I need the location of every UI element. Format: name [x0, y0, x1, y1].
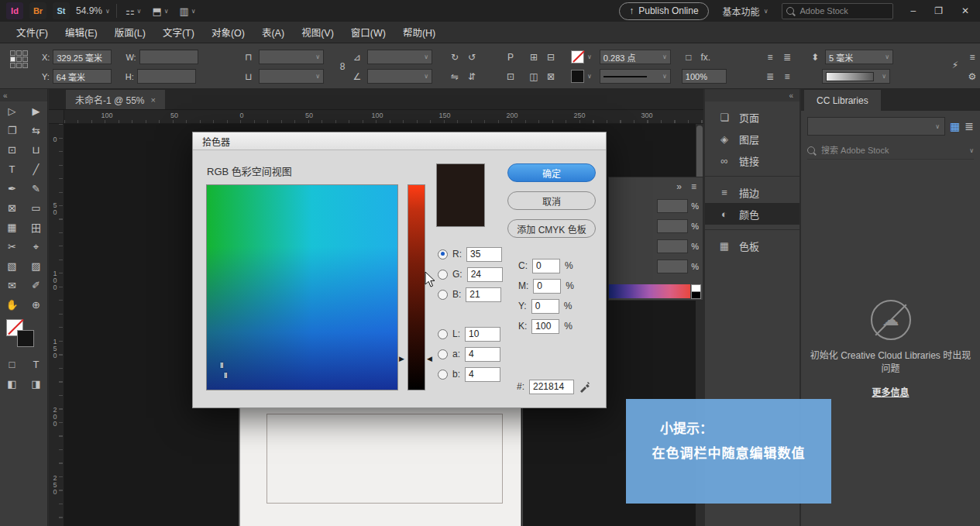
corner-radius-dropdown[interactable]: 5 毫米∨	[825, 50, 893, 64]
menu-item-layout[interactable]: 版面(L)	[106, 22, 154, 43]
fit-frame-button[interactable]: ⊟	[544, 50, 558, 64]
color-field-marker[interactable]: ‖	[224, 372, 227, 380]
hex-field[interactable]	[529, 380, 574, 394]
fill-stroke-widget[interactable]	[0, 318, 47, 355]
select-content-button[interactable]: ◫	[527, 69, 541, 84]
width-field[interactable]	[139, 50, 198, 64]
dock-item-color[interactable]: ◐颜色	[705, 203, 799, 225]
color-field[interactable]	[206, 184, 398, 390]
control-panel-gear-icon[interactable]: ⚙	[965, 69, 979, 84]
gradient-dropdown[interactable]: ∨	[822, 69, 890, 84]
menu-item-type[interactable]: 文字(T)	[154, 22, 203, 43]
constrain-proportions-icon[interactable]: 8	[335, 59, 349, 74]
cc-search-input[interactable]	[820, 145, 965, 156]
tab-close-icon[interactable]: ×	[151, 95, 156, 105]
publish-online-button[interactable]: ↑Publish Online	[619, 2, 708, 20]
view-mode-preview-button[interactable]: ◨	[24, 374, 48, 394]
vertical-ruler[interactable]: 0 50 100 150 200 250	[49, 124, 64, 526]
stock-search-input[interactable]	[798, 5, 879, 16]
library-select-dropdown[interactable]: ∨	[807, 117, 945, 136]
content-placer-tool[interactable]: ⊔	[24, 140, 48, 160]
dialog-title-bar[interactable]: 拾色器	[193, 132, 606, 150]
fx-button[interactable]: fx.	[699, 50, 713, 64]
minimize-button[interactable]: –	[910, 5, 916, 16]
magenta-field[interactable]	[657, 219, 688, 233]
menu-item-edit[interactable]: 编辑(E)	[57, 22, 106, 43]
table-tool[interactable]: 田	[24, 218, 48, 237]
cc-search-bar[interactable]: ∨	[807, 142, 974, 160]
b-field[interactable]	[466, 287, 501, 302]
selection-tool[interactable]: ▷	[0, 101, 24, 121]
view-mode-normal-button[interactable]: ◧	[0, 374, 24, 394]
hex-eyedropper-icon[interactable]	[579, 381, 590, 393]
restore-button[interactable]: ❐	[934, 5, 943, 16]
ruler-corner[interactable]	[49, 110, 64, 124]
stroke-swatch[interactable]	[571, 70, 584, 83]
cyan-field[interactable]	[657, 199, 688, 213]
slider-arrow-left-icon[interactable]: ▶	[399, 355, 404, 363]
dock-item-layers[interactable]: ◈图层	[705, 128, 799, 150]
collapse-panel-icon[interactable]: «	[3, 91, 8, 100]
adobe-stock-search[interactable]	[782, 3, 893, 19]
fill-swatch-none[interactable]	[571, 50, 584, 64]
yellow-field[interactable]	[657, 239, 688, 253]
c-field[interactable]	[532, 259, 560, 273]
g-field[interactable]	[467, 267, 503, 282]
formatting-affects-text-button[interactable]: T	[24, 355, 48, 374]
scissors-tool[interactable]: ✂	[0, 237, 24, 256]
flip-vertical-button[interactable]: ⇵	[465, 69, 479, 84]
color-field-marker[interactable]: ‖	[220, 362, 223, 370]
rotate-cw-button[interactable]: ↻	[448, 50, 462, 64]
menu-item-object[interactable]: 对象(O)	[203, 22, 253, 43]
align-left-icon[interactable]: ≡	[763, 50, 777, 64]
workspace-switcher[interactable]: 基本功能∨	[723, 5, 769, 18]
stroke-weight-dropdown[interactable]: 0.283 点∨	[600, 50, 671, 64]
gradient-swatch-tool[interactable]: ▧	[0, 256, 24, 276]
radio-a[interactable]	[438, 349, 448, 359]
line-tool[interactable]: ╱	[24, 160, 48, 179]
cc-libraries-tab[interactable]: CC Libraries	[804, 90, 881, 111]
dock-item-links[interactable]: ∞链接	[705, 150, 799, 171]
a-field[interactable]	[465, 347, 500, 362]
ok-button[interactable]: 确定	[507, 163, 596, 182]
horizontal-ruler[interactable]: 100 50 0 50 100 150 200 250 300	[64, 110, 703, 124]
bridge-icon[interactable]: Br	[29, 2, 46, 19]
r-field[interactable]	[466, 247, 502, 262]
menu-item-window[interactable]: 窗口(W)	[342, 22, 394, 43]
polygon-frame-tool[interactable]: ▦	[0, 218, 24, 237]
menu-item-help[interactable]: 帮助(H)	[394, 22, 444, 43]
quick-apply-icon[interactable]: ⚡	[948, 57, 962, 72]
y-field[interactable]	[531, 299, 559, 314]
color-ramp[interactable]	[609, 284, 690, 298]
effects-icon[interactable]: □	[682, 50, 696, 64]
rectangle-frame-tool[interactable]: ⊠	[0, 198, 24, 218]
note-tool[interactable]: ✉	[0, 276, 24, 295]
fit-content-button[interactable]: ⊞	[527, 50, 541, 64]
formatting-affects-container-button[interactable]: □	[0, 355, 24, 374]
page-tool[interactable]: ❐	[0, 121, 24, 140]
arrange-documents-button[interactable]: ▥∨	[177, 5, 198, 17]
gradient-feather-tool[interactable]: ▨	[24, 256, 48, 276]
color-ramp-endcaps[interactable]	[691, 284, 701, 298]
radio-b2[interactable]	[438, 370, 448, 380]
close-button[interactable]: ✕	[961, 5, 969, 16]
dock-item-pages[interactable]: ❏页面	[705, 106, 799, 128]
screen-mode-button[interactable]: ⬒∨	[150, 5, 170, 17]
y-position-field[interactable]: 64 毫米	[53, 69, 112, 84]
direct-selection-tool[interactable]: ▶	[24, 101, 48, 121]
x-position-field[interactable]: 329.25 毫米	[53, 50, 112, 64]
rotation-angle-dropdown[interactable]: ∨	[367, 50, 432, 64]
stroke-swatch-icon[interactable]	[17, 330, 34, 347]
m-field[interactable]	[533, 279, 561, 294]
distribute-b-icon[interactable]: ≡	[780, 69, 794, 84]
select-container-button[interactable]: ⊡	[504, 69, 518, 84]
more-info-link[interactable]: 更多信息	[872, 385, 909, 398]
eyedropper-tool[interactable]: ✐	[24, 276, 48, 295]
add-cmyk-swatch-button[interactable]: 添加 CMYK 色板	[507, 219, 596, 238]
radio-r[interactable]	[438, 249, 448, 260]
radio-g[interactable]	[438, 270, 448, 280]
rotate-ccw-button[interactable]: ↺	[465, 50, 479, 64]
zoom-level-select[interactable]: 54.9%∨	[76, 5, 110, 16]
content-collector-tool[interactable]: ⊡	[0, 140, 24, 160]
align-center-icon[interactable]: ≣	[780, 50, 794, 64]
